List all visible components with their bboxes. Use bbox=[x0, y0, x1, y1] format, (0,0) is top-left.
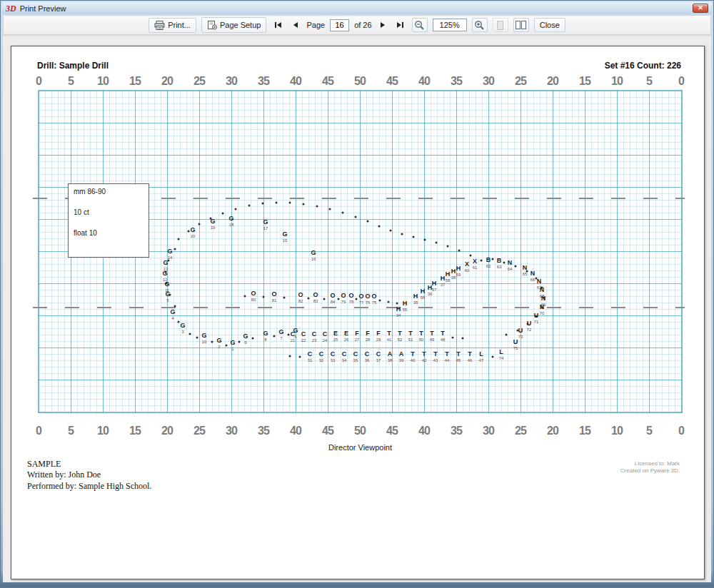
performer: N65 bbox=[523, 265, 528, 276]
performer-dot bbox=[288, 334, 290, 336]
performer-dot bbox=[413, 236, 415, 238]
credit-line: Performed by: Sample High School. bbox=[27, 481, 151, 492]
performer: H57 bbox=[432, 280, 437, 292]
performer: T40 bbox=[411, 351, 416, 363]
page-setup-button[interactable]: Page Setup bbox=[201, 17, 267, 33]
performer: G19 bbox=[210, 218, 215, 230]
previous-page-button[interactable] bbox=[290, 19, 301, 31]
zoom-level-box[interactable]: 125% bbox=[433, 19, 467, 31]
yard-number: 45 bbox=[322, 75, 333, 88]
yard-number: 15 bbox=[129, 425, 141, 437]
drill-page: Drill: Sample Drill Set #16 Count: 226 0… bbox=[11, 46, 705, 579]
yard-number: 30 bbox=[226, 75, 237, 88]
performer: C36 bbox=[365, 351, 370, 363]
note-line: 10 ct bbox=[74, 208, 144, 216]
zoom-out-button[interactable] bbox=[412, 18, 428, 32]
performer-dot bbox=[390, 230, 392, 232]
hash-marks-bottom bbox=[33, 307, 685, 308]
performer: T49 bbox=[430, 330, 435, 342]
yard-number: 0 bbox=[678, 75, 684, 88]
performer-dot bbox=[396, 303, 398, 305]
yardrow-top: 05101520253035404550454035302520151050 bbox=[39, 75, 682, 88]
yard-number: 10 bbox=[611, 425, 623, 437]
performer-dot bbox=[303, 203, 305, 206]
performer: T48 bbox=[441, 330, 446, 342]
performer-dot bbox=[252, 338, 254, 340]
yard-number: 25 bbox=[515, 75, 526, 88]
performer: C32 bbox=[319, 351, 324, 363]
performer: H55 bbox=[403, 300, 408, 312]
performer-dot bbox=[367, 220, 369, 223]
yard-number: 30 bbox=[226, 425, 237, 437]
yard-number: 45 bbox=[386, 425, 398, 437]
yard-number: 10 bbox=[611, 75, 623, 88]
two-page-view-button[interactable] bbox=[513, 18, 529, 32]
performer-dot bbox=[503, 262, 506, 264]
performer: A39 bbox=[399, 351, 404, 363]
performer-dot bbox=[458, 250, 461, 252]
performer: C24 bbox=[323, 331, 328, 343]
yard-number: 15 bbox=[579, 75, 590, 88]
print-button[interactable]: Print... bbox=[149, 18, 196, 33]
performer-dot bbox=[283, 297, 286, 299]
performer-dot bbox=[329, 208, 331, 211]
credit-line: SAMPLE bbox=[27, 459, 151, 470]
last-page-button[interactable] bbox=[393, 19, 407, 31]
yard-number: 0 bbox=[36, 75, 41, 88]
performer-dot bbox=[492, 356, 494, 358]
window-title: Print Preview bbox=[20, 4, 66, 13]
performer: N70 bbox=[540, 304, 545, 315]
performer: G18 bbox=[228, 216, 233, 227]
first-page-button[interactable] bbox=[271, 19, 285, 31]
performer: G15 bbox=[282, 231, 287, 243]
zoom-in-button[interactable] bbox=[472, 18, 488, 32]
last-page-icon bbox=[402, 22, 403, 28]
window-close-button[interactable]: ✕ bbox=[693, 4, 708, 13]
license-line: Licensed to: Mark bbox=[620, 460, 680, 467]
yard-number: 35 bbox=[451, 75, 462, 88]
field: mm 86-90 10 ct float 10 G20G19G18G17G15G… bbox=[39, 91, 682, 412]
performer-dot bbox=[248, 205, 251, 207]
performer-dot bbox=[338, 298, 340, 300]
drill-title: Drill: Sample Drill bbox=[37, 61, 109, 71]
performer: G7 bbox=[278, 329, 283, 340]
yard-number: 45 bbox=[322, 425, 333, 437]
performer: H34 bbox=[396, 306, 401, 318]
yard-number: 45 bbox=[386, 75, 398, 88]
yard-number: 10 bbox=[97, 75, 109, 88]
next-page-icon bbox=[381, 22, 385, 28]
yard-number: 15 bbox=[579, 425, 590, 437]
toolbar: Print... Page Setup Page of 26 bbox=[3, 15, 711, 35]
performer-dot bbox=[470, 255, 472, 257]
performer: F28 bbox=[366, 330, 371, 342]
performer: U71 bbox=[534, 313, 539, 324]
performer-dot bbox=[424, 239, 426, 241]
performer: F27 bbox=[355, 330, 360, 342]
performer: O79 bbox=[341, 293, 346, 304]
performer-dot bbox=[378, 225, 381, 228]
yard-number: 35 bbox=[258, 425, 269, 437]
yardrow-bottom: 05101520253035404550454035302520151050 bbox=[39, 425, 682, 437]
performer: T51 bbox=[408, 330, 413, 342]
performer-dot bbox=[462, 338, 464, 340]
yard-number: 20 bbox=[161, 75, 173, 88]
performer-dot bbox=[436, 242, 438, 244]
performer: X60 bbox=[465, 261, 470, 273]
close-preview-button[interactable]: Close bbox=[534, 18, 565, 32]
performer: T42 bbox=[422, 351, 427, 363]
yard-number: 0 bbox=[678, 425, 684, 437]
performer: O75 bbox=[371, 293, 376, 305]
performer-dot bbox=[273, 335, 276, 338]
performer: G16 bbox=[311, 250, 316, 261]
performer: G10 bbox=[201, 333, 206, 344]
set-count-info: Set #16 Count: 226 bbox=[605, 61, 681, 71]
performer: T43 bbox=[433, 351, 438, 363]
yard-number: 35 bbox=[258, 75, 269, 88]
page-setup-button-label: Page Setup bbox=[220, 21, 261, 29]
yard-number: 40 bbox=[418, 425, 430, 437]
one-page-view-button[interactable] bbox=[493, 18, 508, 32]
page-number-input[interactable] bbox=[330, 19, 349, 31]
performer: G20 bbox=[190, 227, 195, 238]
performer-dot bbox=[355, 216, 357, 218]
next-page-button[interactable] bbox=[377, 19, 388, 31]
